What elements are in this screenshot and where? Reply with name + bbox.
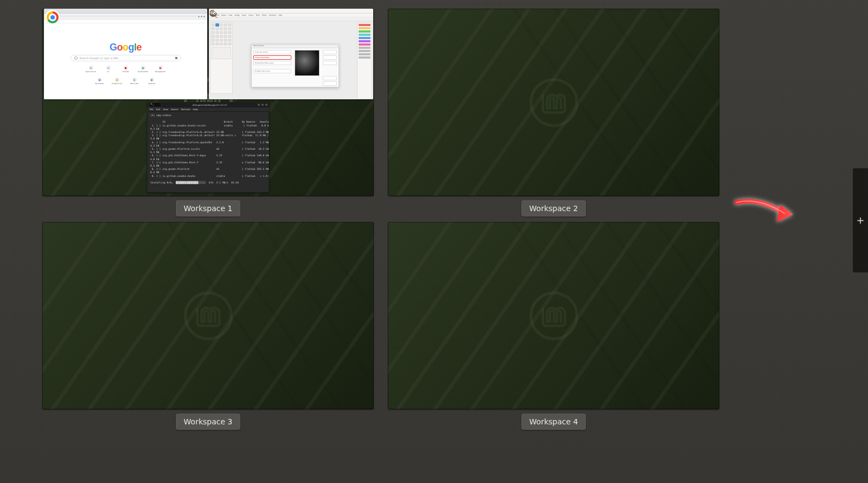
workspace-4: Workspace 4 <box>388 222 719 430</box>
gimp-toolbox <box>210 22 233 94</box>
mic-icon <box>175 57 177 59</box>
workspace-1-thumbnail[interactable]: Google Search Google or type a URL Open … <box>42 9 374 196</box>
plus-icon: + <box>856 215 864 225</box>
add-workspace-button[interactable]: + <box>853 168 868 272</box>
chrome-icon <box>45 10 60 25</box>
terminal-title: debugpoint@debugpoint-virt-21 <box>163 104 256 106</box>
workspace-1: Google Search Google or type a URL Open … <box>42 9 374 217</box>
svg-point-5 <box>214 13 215 14</box>
workspace-3: Workspace 3 <box>42 222 374 430</box>
mint-logo-icon <box>529 291 579 341</box>
chrome-window-thumbnail[interactable]: Google Search Google or type a URL Open … <box>44 9 207 99</box>
workspace-grid: Google Search Google or type a URL Open … <box>42 9 719 430</box>
google-search-box: Search Google or type a URL <box>71 55 181 61</box>
mint-logo-icon <box>183 291 233 341</box>
workspace-1-label[interactable]: Workspace 1 <box>176 200 241 217</box>
terminal-window-thumbnail[interactable]: debugpoint@debugpoint-virt-21 FileEditVi… <box>147 102 269 193</box>
gimp-right-dock <box>357 22 372 99</box>
workspace-2-thumbnail[interactable] <box>388 9 719 196</box>
google-logo: Google <box>110 42 142 53</box>
workspace-4-thumbnail[interactable] <box>388 222 719 409</box>
workspace-2-label[interactable]: Workspace 2 <box>521 200 586 217</box>
workspace-4-label[interactable]: Workspace 4 <box>521 414 586 430</box>
annotation-arrow-icon <box>732 193 797 231</box>
workspace-2: Workspace 2 <box>388 9 719 217</box>
terminal-icon <box>149 102 162 107</box>
workspace-3-label[interactable]: Workspace 3 <box>176 414 241 430</box>
mint-logo-icon <box>529 78 579 128</box>
search-icon <box>74 56 78 60</box>
search-placeholder-text: Search Google or type a URL <box>80 56 173 60</box>
svg-point-4 <box>212 13 213 14</box>
gimp-dialog: New Pointers Undo the action Close all w… <box>251 44 339 87</box>
workspace-3-thumbnail[interactable] <box>42 222 374 409</box>
terminal-output: [3] xdg-videos ID Branch Op Remote Downl… <box>147 112 269 187</box>
gimp-icon <box>209 9 218 18</box>
gimp-window-thumbnail[interactable]: FileEditSelectViewImageLayerColorsToolsF… <box>209 9 373 99</box>
